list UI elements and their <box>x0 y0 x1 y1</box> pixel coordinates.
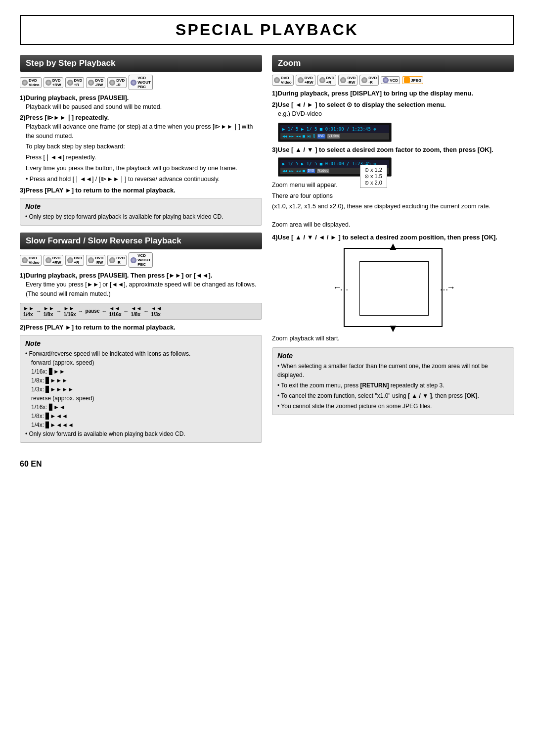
speed-pause: pause <box>86 308 100 314</box>
speed-1-3x-rev: ◄◄1/3x <box>151 305 162 317</box>
zoom-dvd-minus-r-badge: DVD-R <box>359 75 379 86</box>
sf-dvd-plus-r-circle <box>67 257 73 263</box>
sf-rev-speed-1-4x: 1/4x: ▊►◄◄◄ <box>31 421 257 429</box>
dvd-plus-r-badge: DVD-R <box>107 77 127 88</box>
zoom-arrow-up-icon: ▲ <box>388 240 399 253</box>
sf-dvd-rw-circle <box>45 257 51 263</box>
zoom-header: Zoom <box>272 55 514 72</box>
sf-step1-body: Every time you press [►►] or [◄◄], appro… <box>26 280 262 299</box>
zoom-menu-box: ▶ 1/ 5 ▶ 1/ 5 ■ 0:01:00 / 1:23:45 ⊕ ◀◀ ►… <box>278 157 392 177</box>
page-number: 60 EN <box>20 460 514 469</box>
step1-label: 1)During playback, press [PAUSEⅡ]. <box>20 94 262 101</box>
disc-icons-row-zoom: DVDVideo DVD+RW DVD+R DVD-RW DVD-R VCD J… <box>272 75 514 86</box>
left-column: Step by Step Playback DVDVideo DVD+RW DV… <box>20 55 262 450</box>
page-title: SPECIAL PLAYBACK <box>20 15 514 45</box>
two-column-layout: Step by Step Playback DVDVideo DVD+RW DV… <box>20 55 514 450</box>
zoom-step3-label: 3)Use [ ▲ / ▼ ] to select a desired zoom… <box>272 146 514 153</box>
zoom-dvd-label: DVD <box>307 169 315 173</box>
sf-dvd-plus-r-badge: DVD+R <box>65 255 85 266</box>
sf-vcd-circle <box>131 257 136 263</box>
sf-speed-1-16x: 1/16x: ▊►► <box>31 367 257 376</box>
sf-speed-1-8x: 1/8x: ▊►►► <box>31 376 257 385</box>
sf-rev-speed-1-8x: 1/8x: ▊►◄◄ <box>31 412 257 421</box>
step2-body3: Press [❘◄◄] repeatedly. <box>26 153 262 162</box>
zoom-dvd-video-badge: DVDVideo <box>272 75 294 86</box>
zoom-arrow-left-icon: ←… <box>333 282 347 292</box>
zoom-dvd-r-badge: DVD-RW <box>338 75 357 86</box>
vcd-badge: VCDW/OUTPBC <box>129 75 153 90</box>
step2-body1: Playback will advance one frame (or step… <box>26 122 262 141</box>
zoom-ctrl-3: ◄◄ <box>296 169 301 173</box>
dvd-plus-rw-badge: DVD+R <box>65 77 85 88</box>
zoom-body2: There are four options <box>272 191 514 201</box>
zoom-dvd-minus-r-circle <box>361 77 367 83</box>
zoom-option-2-0x: ⊙ x 2.0 <box>364 180 383 186</box>
dvd-status-bar: ▶ 1/ 5 ▶ 1/ 5 ■ 0:01:00 / 1:23:45 ⊕ <box>280 125 389 133</box>
sf-dvd-r-badge: DVD-RW <box>86 255 105 266</box>
zoom-note-bullet-4: • You cannot slide the zoomed picture on… <box>277 402 509 411</box>
sf-forward-speed-label: forward (approx. speed) <box>31 358 257 367</box>
zoom-section: Zoom DVDVideo DVD+RW DVD+R DVD-RW DVD-R … <box>272 55 514 415</box>
video-label: Video <box>327 134 340 139</box>
slow-forward-header: Slow Forward / Slow Reverse Playback <box>20 233 262 249</box>
zoom-note-bullet-3: • To cancel the zoom function, select "x… <box>277 391 509 400</box>
zoom-arrow-right-icon: …→ <box>440 282 453 292</box>
speed-arrow-2: → <box>56 308 62 314</box>
zoom-step2-example: e.g.) DVD-video <box>278 109 514 119</box>
dvd-ctrl-5: ⏯ <box>307 134 311 139</box>
zoom-playback-start: Zoom playback will start. <box>272 334 514 343</box>
speed-arrow-5: ← <box>124 308 129 314</box>
sf-dvd-video-badge: DVDVideo <box>20 255 42 266</box>
zoom-options-popup: ⊙ x 1.2 ⊙ x 1.5 ⊙ x 2.0 <box>360 165 387 188</box>
note-text-1: • Only step by step forward playback is … <box>25 212 257 221</box>
page: SPECIAL PLAYBACK Step by Step Playback D… <box>0 0 534 756</box>
dvd-plus-r-circle <box>109 80 115 86</box>
zoom-option-1-5x: ⊙ x 1.5 <box>364 173 383 180</box>
vcd-circle <box>131 80 136 86</box>
sf-note-bullet-2: • Only slow forward is available when pl… <box>25 429 257 438</box>
zoom-arrow-down-icon: ▼ <box>388 322 399 335</box>
zoom-dvd-plus-r-circle <box>319 77 325 83</box>
disc-icons-row-2: DVDVideo DVD+RW DVD+R DVD-RW DVD-R VCDW/… <box>20 252 262 268</box>
dvd-ctrl-2: ►► <box>289 134 294 139</box>
zoom-dvd-rw-circle <box>298 77 304 83</box>
zoom-ctrl-1: ◀◀ <box>282 169 287 173</box>
step-by-step-section: Step by Step Playback DVDVideo DVD+RW DV… <box>20 55 262 226</box>
zoom-step1-label: 1)During playback, press [DISPLAY] to br… <box>272 90 514 97</box>
dvd-label: DVD <box>317 134 326 139</box>
zoom-option-1-2x: ⊙ x 1.2 <box>364 167 383 173</box>
dvd-r-badge: DVD-RW <box>86 77 105 88</box>
dvd-plus-rw-circle <box>67 80 73 86</box>
dvd-video-circle <box>22 80 28 86</box>
sf-reverse-speed-label: reverse (approx. speed) <box>31 394 257 403</box>
zoom-inner-rect <box>359 261 429 316</box>
speed-1-4x: ►►1/4x <box>23 305 34 317</box>
sf-speed-1-3x: 1/3x: ▊►►►► <box>31 385 257 394</box>
zoom-ctrl-2: ►► <box>289 169 294 173</box>
sf-dvd-video-circle <box>22 257 28 263</box>
sf-dvd-rw-badge: DVD+RW <box>44 255 63 266</box>
speed-1-16x-rev: ◄◄1/16x <box>109 305 122 317</box>
zoom-jpeg-circle <box>404 77 410 83</box>
dvd-display-box: ▶ 1/ 5 ▶ 1/ 5 ■ 0:01:00 / 1:23:45 ⊕ ◀◀ ►… <box>278 123 392 142</box>
dvd-ctrl-q: Q <box>313 134 315 139</box>
dvd-rw-circle <box>45 80 51 86</box>
right-column: Zoom DVDVideo DVD+RW DVD+R DVD-RW DVD-R … <box>272 55 514 450</box>
step-by-step-note: Note • Only step by step forward playbac… <box>20 198 262 226</box>
note-title-1: Note <box>25 202 257 210</box>
sf-note-bullet-1: • Forward/reverse speed will be indicate… <box>25 349 257 358</box>
zoom-dvd-plus-r-badge: DVD+R <box>317 75 337 86</box>
dvd-ctrl-4: ■ <box>303 134 305 139</box>
step1-body: Playback will be paused and sound will b… <box>26 102 262 112</box>
zoom-body3: (x1.0, x1.2, x1.5 and x2.0), these are d… <box>272 202 514 211</box>
speed-arrow-3: → <box>78 308 84 314</box>
zoom-vcd-circle <box>383 77 389 83</box>
speed-bar: ►►1/4x → ►►1/8x → ►►1/16x → pause ← ◄◄1/… <box>20 303 262 320</box>
zoom-vcd-badge: VCD <box>381 76 400 84</box>
dvd-r-circle <box>88 80 94 86</box>
slow-forward-section: Slow Forward / Slow Reverse Playback DVD… <box>20 233 262 443</box>
speed-1-8x: ►►1/8x <box>44 305 54 317</box>
zoom-note: Note • When selecting a smaller factor t… <box>272 347 514 415</box>
dvd-ctrl-1: ◀◀ <box>282 134 287 139</box>
speed-1-8x-rev: ◄◄1/8x <box>131 305 142 317</box>
